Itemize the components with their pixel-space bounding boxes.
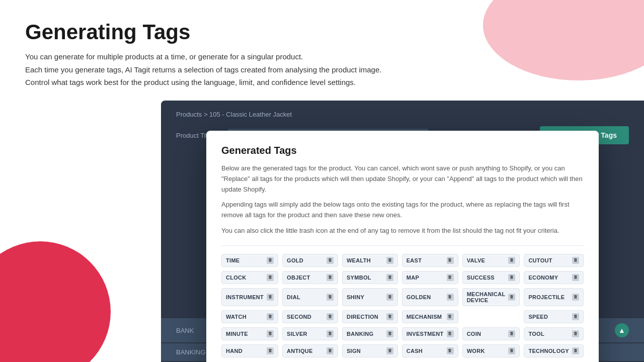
tag-label: INVESTMENT <box>407 331 444 337</box>
page-description: You can generate for multiple products a… <box>25 50 478 89</box>
tag-delete-button[interactable]: 🗑 <box>508 347 515 354</box>
tag-item: SYMBOL🗑 <box>342 271 398 284</box>
tag-delete-button[interactable]: 🗑 <box>508 330 515 337</box>
tag-label: CUTOUT <box>528 257 569 263</box>
tag-label: BANKING <box>347 331 383 337</box>
tag-delete-button[interactable]: 🗑 <box>386 257 393 264</box>
tag-delete-button[interactable]: 🗑 <box>447 313 454 320</box>
tag-item: PROJECTILE🗑 <box>524 288 584 306</box>
tag-item: MAP🗑 <box>402 271 458 284</box>
tag-item: SPEED🗑 <box>524 310 584 323</box>
tag-item: GOLD🗑 <box>282 254 338 267</box>
modal-description-3: You can also click the little trash icon… <box>221 226 584 236</box>
tag-item: COIN🗑 <box>462 327 520 340</box>
tag-item: TIME🗑 <box>221 254 278 267</box>
tag-label: SYMBOL <box>347 275 383 281</box>
tag-item: ANTIQUE🗑 <box>282 344 338 357</box>
tag-delete-button[interactable]: 🗑 <box>386 294 393 301</box>
tag-label: EAST <box>407 257 444 263</box>
tag-label: CASH <box>407 348 444 354</box>
tag-delete-button[interactable]: 🗑 <box>508 257 515 264</box>
tag-delete-button[interactable]: 🗑 <box>447 257 454 264</box>
tag-delete-button[interactable]: 🗑 <box>447 274 454 281</box>
tag-delete-button[interactable]: 🗑 <box>327 347 334 354</box>
tag-label: DIRECTION <box>347 314 383 320</box>
tag-item: SUCCESS🗑 <box>462 271 520 284</box>
tag-label: SPEED <box>528 314 569 320</box>
tag-delete-button[interactable]: 🗑 <box>447 330 454 337</box>
tag-delete-button[interactable]: 🗑 <box>572 294 579 301</box>
tag-item: OBJECT🗑 <box>282 271 338 284</box>
tag-item: BANKING🗑 <box>342 327 398 340</box>
tag-label: WEALTH <box>347 257 383 263</box>
tag-delete-button[interactable]: 🗑 <box>267 294 274 301</box>
tag-delete-button[interactable]: 🗑 <box>267 257 274 264</box>
tag-delete-button[interactable]: 🗑 <box>327 330 334 337</box>
tag-item: TOOL🗑 <box>524 327 584 340</box>
modal-overlay: Generated Tags Below are the generated t… <box>161 101 644 362</box>
tag-label: SECOND <box>287 314 324 320</box>
tag-delete-button[interactable]: 🗑 <box>508 294 515 301</box>
tag-label: TECHNOLOGY <box>528 348 569 354</box>
tags-grid: TIME🗑GOLD🗑WEALTH🗑EAST🗑VALVE🗑CUTOUT🗑CLOCK… <box>221 254 584 357</box>
tag-item: WATCH🗑 <box>221 310 278 323</box>
tag-item: VALVE🗑 <box>462 254 520 267</box>
tag-item: CASH🗑 <box>402 344 458 357</box>
tag-label: WATCH <box>226 314 264 320</box>
tag-label: ANTIQUE <box>287 348 324 354</box>
tag-delete-button[interactable]: 🗑 <box>327 257 334 264</box>
decorative-red-shape <box>0 241 111 362</box>
tag-item: INSTRUMENT🗑 <box>221 288 278 306</box>
description-line1: You can generate for multiple products a… <box>25 52 303 61</box>
tag-item: MECHANISM🗑 <box>402 310 458 323</box>
tag-delete-button[interactable]: 🗑 <box>267 330 274 337</box>
tag-item: WORK🗑 <box>462 344 520 357</box>
tag-delete-button[interactable]: 🗑 <box>386 274 393 281</box>
tag-label: GOLDEN <box>407 294 444 300</box>
tag-delete-button[interactable]: 🗑 <box>386 330 393 337</box>
tag-label: MECHANISM <box>407 314 444 320</box>
tag-label: SUCCESS <box>467 275 506 281</box>
tag-item: INVESTMENT🗑 <box>402 327 458 340</box>
tag-delete-button[interactable]: 🗑 <box>327 313 334 320</box>
tag-delete-button[interactable]: 🗑 <box>327 274 334 281</box>
tag-label: COIN <box>467 331 506 337</box>
tag-item: HAND🗑 <box>221 344 278 357</box>
tag-item: CUTOUT🗑 <box>524 254 584 267</box>
tag-delete-button[interactable]: 🗑 <box>386 313 393 320</box>
tag-label: PROJECTILE <box>528 294 569 300</box>
tag-label: SHINY <box>347 294 383 300</box>
tag-item: MECHANICAL DEVICE🗑 <box>462 288 520 306</box>
tag-delete-button[interactable]: 🗑 <box>267 313 274 320</box>
tag-item: SHINY🗑 <box>342 288 398 306</box>
tag-label: INSTRUMENT <box>226 294 264 300</box>
tag-delete-button[interactable]: 🗑 <box>572 313 579 320</box>
page-title: Generating Tags <box>25 20 619 44</box>
tag-delete-button[interactable]: 🗑 <box>508 274 515 281</box>
tag-item: DIRECTION🗑 <box>342 310 398 323</box>
tag-label: SIGN <box>347 348 383 354</box>
tag-label: WORK <box>467 348 506 354</box>
tag-delete-button[interactable]: 🗑 <box>572 274 579 281</box>
modal-title: Generated Tags <box>221 145 584 156</box>
tag-delete-button[interactable]: 🗑 <box>327 294 334 301</box>
modal-divider <box>221 245 584 246</box>
tag-delete-button[interactable]: 🗑 <box>572 347 579 354</box>
page-header: Generating Tags You can generate for mul… <box>0 0 644 89</box>
tag-label: TOOL <box>528 331 569 337</box>
tag-item: ECONOMY🗑 <box>524 271 584 284</box>
tag-item: EAST🗑 <box>402 254 458 267</box>
tag-item: SILVER🗑 <box>282 327 338 340</box>
tag-delete-button[interactable]: 🗑 <box>447 347 454 354</box>
tag-delete-button[interactable]: 🗑 <box>572 330 579 337</box>
tag-delete-button[interactable]: 🗑 <box>572 257 579 264</box>
tag-item: CLOCK🗑 <box>221 271 278 284</box>
tag-delete-button[interactable]: 🗑 <box>267 347 274 354</box>
tag-label: MAP <box>407 275 444 281</box>
description-line2: Each time you generate tags, AI Tagit re… <box>25 65 381 74</box>
tag-label: TIME <box>226 257 264 263</box>
tag-delete-button[interactable]: 🗑 <box>447 294 454 301</box>
tag-item: DIAL🗑 <box>282 288 338 306</box>
tag-delete-button[interactable]: 🗑 <box>267 274 274 281</box>
tag-delete-button[interactable]: 🗑 <box>386 347 393 354</box>
